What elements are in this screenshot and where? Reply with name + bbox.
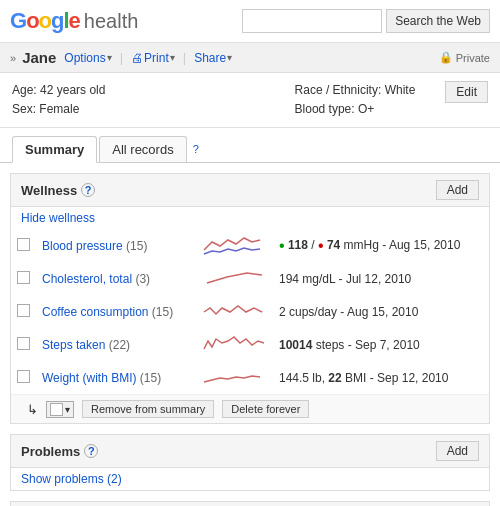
problems-show-link[interactable]: Show problems (2)	[11, 468, 489, 490]
options-button[interactable]: Options▾	[64, 51, 111, 65]
item-name[interactable]: Blood pressure	[42, 239, 123, 253]
table-row: Blood pressure (15) • 118 / • 74 mmHg - …	[11, 229, 489, 262]
navbar: » Jane Options▾ | 🖨 Print▾ | Share▾ 🔒 Pr…	[0, 43, 500, 73]
select-all-checkbox[interactable]	[50, 403, 63, 416]
row-checkbox[interactable]	[17, 304, 30, 317]
logo-health: health	[84, 10, 139, 33]
item-name[interactable]: Weight (with BMI)	[42, 371, 136, 385]
row-checkbox[interactable]	[17, 271, 30, 284]
search-button[interactable]: Search the Web	[386, 9, 490, 33]
table-row: Coffee consumption (15) 2 cups/day - Aug…	[11, 295, 489, 328]
problems-section: Problems ? Add Show problems (2)	[10, 434, 490, 491]
wellness-help-icon[interactable]: ?	[81, 183, 95, 197]
tab-help-icon[interactable]: ?	[193, 143, 199, 155]
tab-summary[interactable]: Summary	[12, 136, 97, 163]
tabs: Summary All records ?	[0, 128, 500, 163]
search-input[interactable]	[242, 9, 382, 33]
steps-chart	[202, 331, 267, 355]
edit-button[interactable]: Edit	[445, 81, 488, 103]
row-checkbox[interactable]	[17, 238, 30, 251]
checkbox-arrow[interactable]: ▾	[65, 404, 70, 415]
profile-left: Age: 42 years old Sex: Female	[12, 81, 105, 119]
problems-title: Problems ?	[21, 444, 98, 459]
logo-google: Google	[10, 8, 80, 34]
profile-section: Age: 42 years old Sex: Female Race / Eth…	[0, 73, 500, 128]
weight-chart	[202, 364, 267, 388]
bp-chart	[202, 232, 267, 256]
table-row: Cholesterol, total (3) 194 mg/dL - Jul 1…	[11, 262, 489, 295]
medications-section: Medications ? ⚠ Interaction warnings Add…	[10, 501, 490, 506]
medications-header: Medications ? ⚠ Interaction warnings Add	[11, 502, 489, 506]
header: Google health Search the Web	[0, 0, 500, 43]
row-checkbox[interactable]	[17, 370, 30, 383]
item-name[interactable]: Cholesterol, total	[42, 272, 132, 286]
wellness-table: Blood pressure (15) • 118 / • 74 mmHg - …	[11, 229, 489, 394]
nav-arrows: »	[10, 52, 16, 64]
item-name[interactable]: Coffee consumption	[42, 305, 149, 319]
item-name[interactable]: Steps taken	[42, 338, 105, 352]
wellness-header: Wellness ? Add	[11, 174, 489, 207]
problems-help-icon[interactable]: ?	[84, 444, 98, 458]
table-row: Weight (with BMI) (15) 144.5 lb, 22 BMI …	[11, 361, 489, 394]
wellness-hide-link[interactable]: Hide wellness	[11, 207, 489, 229]
table-row: Steps taken (22) 10014 steps - Sep 7, 20…	[11, 328, 489, 361]
row-checkbox[interactable]	[17, 337, 30, 350]
chol-chart	[202, 265, 267, 289]
problems-header: Problems ? Add	[11, 435, 489, 468]
tab-all-records[interactable]: All records	[99, 136, 186, 162]
share-button[interactable]: Share▾	[194, 51, 232, 65]
lock-icon: 🔒	[439, 51, 453, 64]
logo: Google health	[10, 8, 138, 34]
print-button[interactable]: 🖨 Print▾	[131, 51, 175, 65]
wellness-title: Wellness ?	[21, 183, 95, 198]
coffee-chart	[202, 298, 267, 322]
remove-from-summary-button[interactable]: Remove from summary	[82, 400, 214, 418]
wellness-add-button[interactable]: Add	[436, 180, 479, 200]
user-name: Jane	[22, 49, 56, 66]
problems-add-button[interactable]: Add	[436, 441, 479, 461]
profile-right: Race / Ethnicity: White Blood type: O+	[295, 81, 416, 119]
search-box: Search the Web	[242, 9, 490, 33]
wellness-section: Wellness ? Add Hide wellness Blood press…	[10, 173, 490, 424]
private-badge: 🔒 Private	[439, 51, 490, 64]
wellness-footer: ↳ ▾ Remove from summary Delete forever	[11, 394, 489, 423]
footer-checkbox[interactable]: ▾	[46, 401, 74, 418]
delete-forever-button[interactable]: Delete forever	[222, 400, 309, 418]
printer-icon: 🖨	[131, 51, 143, 65]
